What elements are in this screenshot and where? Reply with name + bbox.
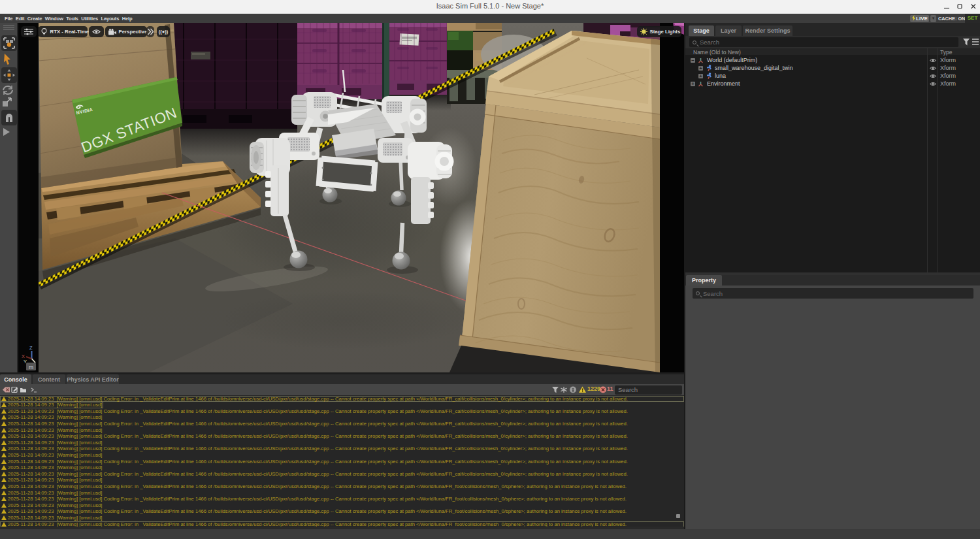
svg-text:Z: Z (29, 345, 33, 351)
svg-text:m: m (29, 364, 33, 370)
